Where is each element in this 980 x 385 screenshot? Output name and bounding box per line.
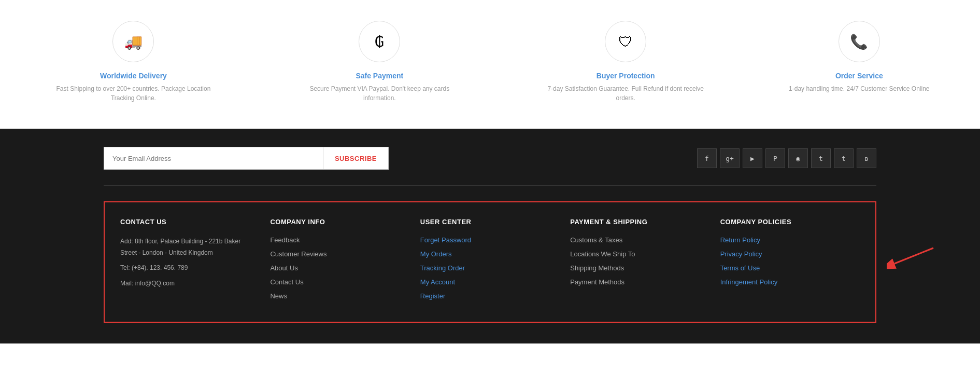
- social-icon-vk[interactable]: в: [857, 148, 876, 168]
- feature-icon-safe-payment: ₲: [359, 21, 400, 62]
- feature-title-safe-payment: Safe Payment: [296, 72, 462, 80]
- footer-link-privacy-policy[interactable]: Privacy Policy: [720, 250, 849, 258]
- contact-address: Add: 8th floor, Palace Building - 221b B…: [120, 236, 249, 258]
- company-policies-title: COMPANY POLICIES: [720, 218, 849, 226]
- social-icon-tumblr[interactable]: t: [834, 148, 854, 168]
- newsletter-row: SUBSCRIBE fg+▶P◉ttв: [104, 129, 876, 186]
- footer-link-shipping-methods[interactable]: Shipping Methods: [570, 264, 699, 272]
- annotation-arrow: [887, 243, 939, 274]
- feature-desc-order-service: 1-day handling time. 24/7 Customer Servi…: [789, 84, 929, 93]
- feature-icon-buyer-protection: 🛡: [605, 21, 646, 62]
- social-icon-pinterest[interactable]: P: [765, 148, 785, 168]
- contact-tel: Tel: (+84). 123. 456. 789: [120, 263, 249, 274]
- feature-item-order-service: 📞 Order Service 1-day handling time. 24/…: [789, 21, 929, 93]
- footer-link-terms-of-use[interactable]: Terms of Use: [720, 264, 849, 272]
- feature-desc-safe-payment: Secure Payment VIA Paypal. Don't keep an…: [296, 84, 462, 103]
- social-icon-youtube[interactable]: ▶: [743, 148, 762, 168]
- social-icons-row: fg+▶P◉ttв: [697, 148, 876, 168]
- footer-link-infringement-policy[interactable]: Infringement Policy: [720, 278, 849, 286]
- footer-link-my-account[interactable]: My Account: [420, 278, 549, 286]
- contact-title: CONTACT US: [120, 218, 249, 226]
- footer-col-company-info: COMPANY INFO FeedbackCustomer ReviewsAbo…: [260, 218, 409, 306]
- footer-link-tracking-order[interactable]: Tracking Order: [420, 264, 549, 272]
- user-center-title: USER CENTER: [420, 218, 549, 226]
- feature-desc-worldwide-delivery: Fast Shipping to over 200+ countries. Pa…: [50, 84, 216, 103]
- footer-link-my-orders[interactable]: My Orders: [420, 250, 549, 258]
- feature-item-safe-payment: ₲ Safe Payment Secure Payment VIA Paypal…: [296, 21, 462, 103]
- feature-title-buyer-protection: Buyer Protection: [543, 72, 708, 80]
- subscribe-button[interactable]: SUBSCRIBE: [323, 147, 389, 170]
- feature-icon-order-service: 📞: [839, 21, 880, 62]
- social-icon-instagram[interactable]: ◉: [788, 148, 808, 168]
- footer-columns: CONTACT US Add: 8th floor, Palace Buildi…: [104, 201, 876, 323]
- social-icon-twitter[interactable]: t: [811, 148, 831, 168]
- company-info-title: COMPANY INFO: [270, 218, 399, 226]
- contact-mail: Mail: info@QQ.com: [120, 278, 249, 290]
- footer-section: SUBSCRIBE fg+▶P◉ttв CONTACT US Add: 8th …: [0, 129, 980, 343]
- feature-title-order-service: Order Service: [789, 72, 929, 80]
- footer-link-about-us[interactable]: About Us: [270, 264, 399, 272]
- social-icon-google-plus[interactable]: g+: [720, 148, 740, 168]
- feature-desc-buyer-protection: 7-day Satisfaction Guarantee. Full Refun…: [543, 84, 708, 103]
- footer-link-customs-&-taxes[interactable]: Customs & Taxes: [570, 236, 699, 244]
- feature-item-worldwide-delivery: 🚚 Worldwide Delivery Fast Shipping to ov…: [50, 21, 216, 103]
- email-input[interactable]: [104, 147, 323, 170]
- svg-line-1: [894, 248, 933, 264]
- footer-link-payment-methods[interactable]: Payment Methods: [570, 278, 699, 286]
- footer-link-news[interactable]: News: [270, 292, 399, 300]
- features-section: 🚚 Worldwide Delivery Fast Shipping to ov…: [0, 0, 980, 129]
- footer-col-company-policies: COMPANY POLICIES Return PolicyPrivacy Po…: [710, 218, 860, 306]
- footer-link-register[interactable]: Register: [420, 292, 549, 300]
- footer-link-return-policy[interactable]: Return Policy: [720, 236, 849, 244]
- footer-col-payment-shipping: PAYMENT & SHIPPING Customs & TaxesLocati…: [560, 218, 709, 306]
- footer-link-contact-us[interactable]: Contact Us: [270, 278, 399, 286]
- payment-shipping-title: PAYMENT & SHIPPING: [570, 218, 699, 226]
- footer-columns-wrapper: CONTACT US Add: 8th floor, Palace Buildi…: [104, 201, 876, 323]
- feature-title-worldwide-delivery: Worldwide Delivery: [50, 72, 216, 80]
- footer-link-feedback[interactable]: Feedback: [270, 236, 399, 244]
- newsletter-form: SUBSCRIBE: [104, 147, 389, 170]
- footer-link-customer-reviews[interactable]: Customer Reviews: [270, 250, 399, 258]
- feature-item-buyer-protection: 🛡 Buyer Protection 7-day Satisfaction Gu…: [543, 21, 708, 103]
- footer-link-forget-password[interactable]: Forget Password: [420, 236, 549, 244]
- footer-link-locations-we-ship-to[interactable]: Locations We Ship To: [570, 250, 699, 258]
- footer-col-user-center: USER CENTER Forget PasswordMy OrdersTrac…: [410, 218, 560, 306]
- social-icon-facebook[interactable]: f: [697, 148, 717, 168]
- feature-icon-worldwide-delivery: 🚚: [112, 21, 154, 62]
- footer-col-contact: CONTACT US Add: 8th floor, Palace Buildi…: [120, 218, 260, 306]
